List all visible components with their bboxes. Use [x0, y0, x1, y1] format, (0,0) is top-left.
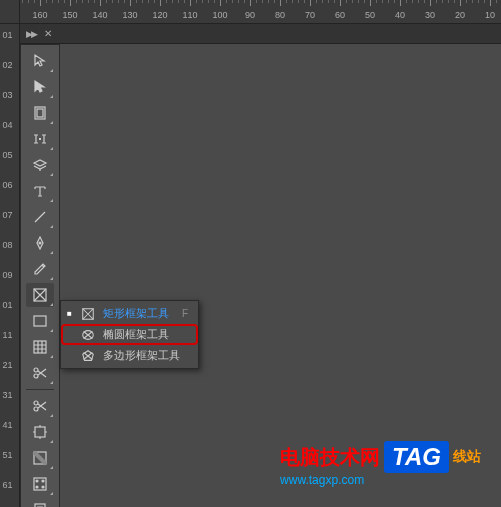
ruler-h-label: 70: [305, 10, 315, 20]
polygon-frame-tool-option[interactable]: 多边形框架工具: [61, 345, 198, 366]
vertical-ruler: 10203040506070809010111213141516: [0, 24, 20, 507]
ruler-h-label: 80: [275, 10, 285, 20]
direct-selection-tool[interactable]: [26, 75, 54, 99]
pen-tool[interactable]: [26, 231, 54, 255]
svg-point-13: [36, 480, 38, 482]
flyout-item-label: 椭圆框架工具: [103, 327, 180, 342]
content-collector-tool[interactable]: [26, 153, 54, 177]
ruler-v-label: 14: [2, 420, 12, 427]
ruler-h-label: 120: [152, 10, 167, 20]
flyout-item-label: 矩形框架工具: [103, 306, 174, 321]
rectangle-frame-tool[interactable]: [26, 283, 54, 307]
ruler-h-label: 60: [335, 10, 345, 20]
ruler-v-label: 10: [2, 30, 12, 37]
svg-point-14: [42, 480, 44, 482]
watermark-url: www.tagxp.com: [280, 473, 481, 487]
svg-point-2: [39, 242, 41, 244]
ruler-v-label: 15: [2, 450, 12, 457]
watermark-tag: TAG: [384, 441, 449, 473]
note-tool[interactable]: [26, 498, 54, 507]
flyout-current-indicator: ■: [67, 309, 73, 318]
flyout-item-icon: [81, 328, 95, 342]
scissors-tool[interactable]: [26, 361, 54, 385]
ruler-h-label: 40: [395, 10, 405, 20]
type-tool[interactable]: [26, 179, 54, 203]
ruler-v-label: 60: [2, 180, 12, 187]
panel-header: ▶▶ ✕: [20, 24, 501, 44]
grid-tool[interactable]: [26, 335, 54, 359]
ruler-h-label: 30: [425, 10, 435, 20]
line-tool[interactable]: [26, 205, 54, 229]
watermark-suffix: 线站: [453, 448, 481, 466]
watermark: 电脑技术网 TAG 线站 www.tagxp.com: [280, 441, 481, 487]
ruler-v-label: 80: [2, 240, 12, 247]
ruler-v-label: 90: [2, 270, 12, 277]
flyout-item-shortcut: F: [182, 308, 188, 319]
flyout-item-icon: [81, 349, 95, 363]
ruler-h-label: 50: [365, 10, 375, 20]
gap-tool[interactable]: [26, 127, 54, 151]
ruler-h-label: 130: [122, 10, 137, 20]
svg-rect-12: [34, 478, 46, 490]
flyout-item-icon: [81, 307, 95, 321]
svg-rect-1: [37, 109, 43, 117]
selection-tool[interactable]: [26, 49, 54, 73]
free-transform-tool[interactable]: [26, 420, 54, 444]
ruler-h-label: 90: [245, 10, 255, 20]
svg-point-6: [34, 368, 38, 372]
ruler-corner: [0, 0, 20, 24]
svg-point-9: [34, 407, 38, 411]
ruler-v-label: 13: [2, 390, 12, 397]
flyout-item-label: 多边形框架工具: [103, 348, 180, 363]
svg-rect-5: [34, 341, 46, 353]
watermark-title: 电脑技术网: [280, 444, 380, 471]
ruler-v-label: 11: [2, 330, 12, 337]
ruler-h-label: 160: [32, 10, 47, 20]
rectangle-tool[interactable]: [26, 309, 54, 333]
pencil-tool[interactable]: [26, 257, 54, 281]
ruler-h-label: 110: [182, 10, 197, 20]
page-tool[interactable]: [26, 101, 54, 125]
horizontal-ruler: 7016015014013012011010090807060504030201…: [0, 0, 501, 24]
svg-rect-4: [34, 316, 46, 326]
ruler-v-label: 16: [2, 480, 12, 487]
document-canvas[interactable]: [60, 44, 501, 507]
gradient-feather-tool[interactable]: [26, 472, 54, 496]
ruler-h-label: 150: [62, 10, 77, 20]
panel-collapse-icon[interactable]: ▶▶: [26, 29, 36, 39]
ruler-v-label: 70: [2, 210, 12, 217]
ruler-h-label: 20: [455, 10, 465, 20]
gradient-swatch-tool[interactable]: [26, 446, 54, 470]
ruler-v-label: 40: [2, 120, 12, 127]
ruler-v-label: 10: [2, 300, 12, 307]
svg-point-8: [34, 401, 38, 405]
svg-rect-10: [35, 427, 45, 437]
svg-point-16: [42, 486, 44, 488]
ellipse-frame-tool-option[interactable]: 椭圆框架工具: [61, 324, 198, 345]
ruler-v-label: 12: [2, 360, 12, 367]
ruler-v-label: 30: [2, 90, 12, 97]
rectangle-frame-tool-option[interactable]: ■矩形框架工具F: [61, 303, 198, 324]
ruler-h-label: 100: [212, 10, 227, 20]
svg-point-7: [34, 374, 38, 378]
ruler-h-label: 10: [485, 10, 495, 20]
scissors-tool-2[interactable]: [26, 394, 54, 418]
ruler-v-label: 50: [2, 150, 12, 157]
ruler-v-label: 20: [2, 60, 12, 67]
svg-point-15: [36, 486, 38, 488]
frame-tool-flyout-menu: ■矩形框架工具F椭圆框架工具多边形框架工具: [60, 300, 199, 369]
panel-close-icon[interactable]: ✕: [44, 28, 52, 39]
ruler-h-label: 140: [92, 10, 107, 20]
toolbox: [20, 44, 60, 507]
